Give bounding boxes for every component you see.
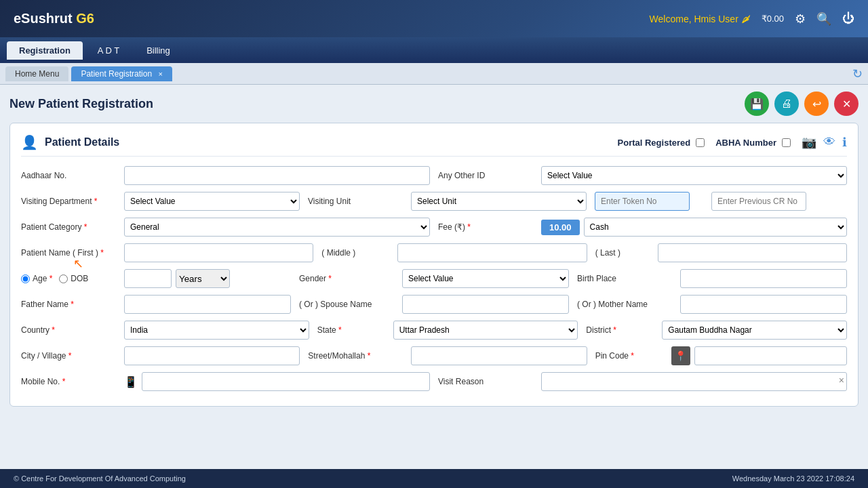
card-title: Patient Details [45, 136, 119, 148]
aadhaar-input[interactable] [124, 166, 430, 185]
pin-location-button[interactable]: 📍 [671, 346, 690, 365]
mother-name-input[interactable] [680, 295, 847, 314]
pin-code-input[interactable] [694, 346, 847, 365]
street-label: Street/Mohallah * [308, 351, 403, 361]
aadhaar-label: Aadhaar No. [21, 171, 116, 180]
state-select[interactable]: Uttar Pradesh Maharashtra Delhi [393, 321, 578, 340]
settings-icon[interactable]: ⚙ [795, 12, 806, 26]
spouse-name-input[interactable] [402, 295, 569, 314]
page-content: ↖ New Patient Registration 💾 🖨 ↩ ✕ 👤 Pat… [0, 85, 868, 469]
patient-card-icon: 👤 [21, 134, 38, 150]
nav-adt[interactable]: A D T [85, 41, 132, 60]
age-unit-select[interactable]: Years Months Days [176, 269, 230, 288]
visiting-unit-select[interactable]: Select Unit Unit 1 Unit 2 [411, 192, 587, 211]
logo-highlight: G6 [76, 11, 94, 26]
nav-bar: Registration A D T Billing [0, 37, 868, 63]
portal-registered-label: Portal Registered [618, 138, 691, 148]
patient-category-select[interactable]: General BPL CGHS [124, 218, 430, 237]
nav-billing[interactable]: Billing [134, 41, 182, 60]
close-button[interactable]: ✕ [834, 92, 859, 116]
page-title-row: New Patient Registration 💾 🖨 ↩ ✕ [9, 92, 859, 116]
visiting-unit-label: Visiting Unit [308, 197, 403, 206]
mobile-icon: 📱 [124, 375, 138, 388]
district-label: District * [586, 325, 667, 335]
age-input[interactable] [124, 269, 172, 288]
prev-cr-input[interactable] [711, 192, 806, 211]
visiting-dept-select[interactable]: Select Value OPD Emergency ICU [124, 192, 300, 211]
pin-code-label: Pin Code * [595, 351, 677, 361]
first-name-label: Patient Name ( First ) * [21, 248, 116, 258]
country-label: Country * [21, 325, 116, 335]
fee-label: Fee (₹) * [438, 222, 533, 232]
city-input[interactable] [124, 346, 300, 365]
logo: eSushrut G6 [14, 11, 94, 26]
any-other-id-select[interactable]: Select Value Passport Driving License Vo… [541, 166, 847, 185]
power-icon[interactable]: ⏻ [842, 12, 854, 26]
visiting-dept-label: Visiting Department * [21, 197, 116, 206]
last-name-input[interactable] [658, 243, 847, 262]
footer: © Centre For Development Of Advanced Com… [0, 469, 868, 488]
street-input[interactable] [411, 346, 587, 365]
balance-badge: ₹0.00 [762, 14, 784, 24]
visit-reason-input[interactable] [541, 372, 847, 391]
gender-select[interactable]: Select Value Male Female Other [402, 269, 569, 288]
mobile-group: 📱 [124, 372, 430, 391]
middle-name-input[interactable] [397, 243, 587, 262]
gender-label: Gender * [299, 274, 394, 283]
tab-patient-registration[interactable]: Patient Registration × [71, 66, 172, 81]
city-label: City / Village * [21, 351, 116, 361]
portal-registered-checkbox[interactable] [696, 138, 705, 147]
camera-icon[interactable]: 📷 [802, 135, 816, 150]
search-icon[interactable]: 🔍 [816, 12, 831, 26]
first-name-input[interactable] [124, 243, 313, 262]
country-select[interactable]: India USA UK [124, 321, 309, 340]
fee-type-select[interactable]: Cash Card Online [584, 218, 847, 237]
pin-code-group: 📍 [671, 346, 847, 365]
nav-registration[interactable]: Registration [7, 41, 83, 60]
print-button[interactable]: 🖨 [774, 92, 799, 116]
header-right: Welcome, Hmis User 🌶 ₹0.00 ⚙ 🔍 ⏻ [650, 12, 854, 26]
age-radio[interactable] [21, 274, 30, 283]
save-button[interactable]: 💾 [745, 92, 769, 116]
tab-list: Home Menu Patient Registration × [5, 66, 172, 81]
dob-label: DOB [71, 274, 88, 283]
info-icon[interactable]: ℹ [842, 135, 847, 150]
visit-reason-label: Visit Reason [438, 377, 533, 386]
mother-name-label: ( Or ) Mother Name [577, 300, 672, 309]
mobile-input[interactable] [142, 372, 430, 391]
abha-number-label: ABHA Number [715, 138, 776, 148]
birth-place-label: Birth Place [577, 274, 672, 283]
dob-radio[interactable] [59, 274, 68, 283]
portal-registered-group: Portal Registered [618, 138, 705, 148]
father-name-input[interactable] [124, 295, 291, 314]
top-header: eSushrut G6 Welcome, Hmis User 🌶 ₹0.00 ⚙… [0, 0, 868, 37]
any-other-id-label: Any Other ID [438, 171, 533, 180]
back-button[interactable]: ↩ [804, 92, 829, 116]
state-label: State * [317, 325, 399, 335]
page-title: New Patient Registration [9, 97, 153, 111]
eye-icon[interactable]: 👁 [823, 135, 835, 150]
tab-home-menu[interactable]: Home Menu [5, 66, 68, 81]
age-input-group: Years Months Days [124, 269, 291, 288]
birth-place-input[interactable] [680, 269, 847, 288]
abha-number-checkbox[interactable] [782, 138, 791, 147]
father-name-label: Father Name * [21, 300, 116, 309]
card-icons: 📷 👁 ℹ [802, 135, 847, 150]
middle-name-label: ( Middle ) [321, 248, 403, 258]
visit-reason-group: × [541, 372, 847, 391]
welcome-text: Welcome, Hmis User 🌶 [650, 14, 751, 24]
spouse-name-label: ( Or ) Spouse Name [299, 300, 394, 309]
mobile-label: Mobile No. * [21, 377, 116, 386]
tab-close-icon[interactable]: × [158, 70, 162, 78]
token-no-input[interactable] [595, 192, 690, 211]
district-select[interactable]: Gautam Buddha Nagar Lucknow Agra [662, 321, 847, 340]
patient-details-card: 👤 Patient Details Portal Registered ABHA… [9, 123, 859, 407]
visit-clear-icon[interactable]: × [839, 375, 844, 386]
fee-value: 10.00 [541, 220, 580, 235]
patient-category-label: Patient Category * [21, 222, 116, 232]
abha-number-group: ABHA Number [715, 138, 791, 148]
action-buttons: 💾 🖨 ↩ ✕ [745, 92, 859, 116]
fee-row: 10.00 Cash Card Online [541, 218, 847, 237]
card-header: 👤 Patient Details Portal Registered ABHA… [21, 134, 847, 157]
refresh-icon[interactable]: ↻ [852, 66, 863, 81]
